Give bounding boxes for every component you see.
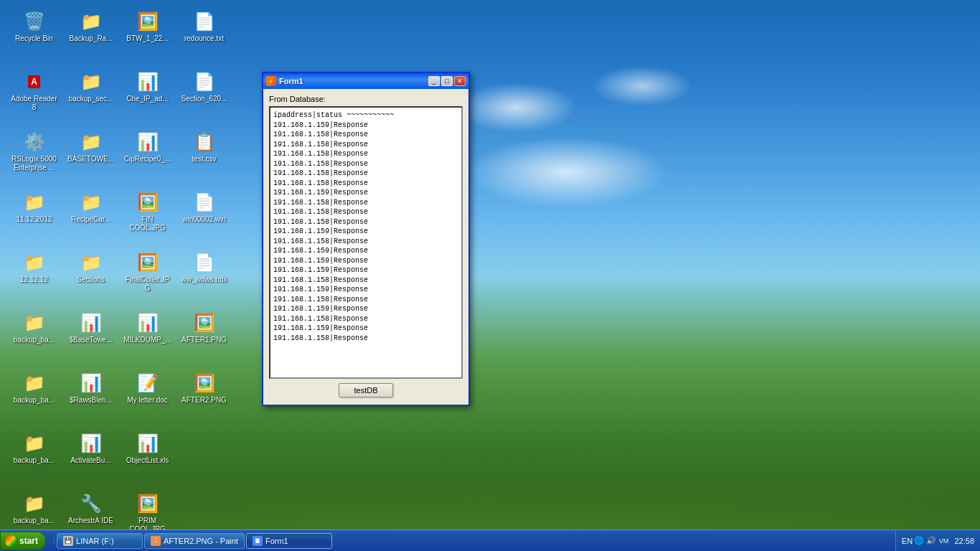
desktop-icon-area: 🗑️ Recycle Bin 📁 Backup_Ra... 🖼️ BTW_1_2… bbox=[7, 7, 231, 547]
recycle-bin-icon: 🗑️ bbox=[23, 10, 46, 33]
image-icon: 🖼️ bbox=[193, 372, 216, 395]
desktop-icon-btw[interactable]: 🖼️ BTW_1_22... bbox=[121, 7, 174, 65]
app-icon: 🔧 bbox=[80, 492, 103, 515]
form1-window: ⚡ Form1 _ □ ✕ From Database: ipaddress|s… bbox=[262, 72, 470, 406]
xls-icon: 📊 bbox=[136, 70, 159, 93]
pdf-icon: A bbox=[23, 70, 46, 93]
desktop-icon-recycle-bin[interactable]: 🗑️ Recycle Bin bbox=[7, 7, 61, 65]
desktop-icon-date1112[interactable]: 📁 11.12.2012 bbox=[7, 188, 61, 245]
app-icon: ⚙️ bbox=[23, 131, 46, 154]
cheip-label: Che_IP_ad... bbox=[126, 95, 168, 103]
redounce-label: redounce.txt bbox=[184, 34, 224, 43]
section620-label: Section_620... bbox=[182, 95, 227, 103]
testdb-button[interactable]: testDB bbox=[339, 383, 392, 397]
folder-icon: 📁 bbox=[23, 311, 46, 334]
taskbar-right: EN 🌐 🔊 VM 22:58 bbox=[895, 530, 980, 551]
form1-taskbar-label: Form1 bbox=[265, 537, 288, 545]
folder-icon: 📁 bbox=[23, 251, 46, 274]
desktop-icon-win00002[interactable]: 📄 win00002.win bbox=[177, 188, 231, 245]
desktop-icon-rslogix[interactable]: ⚙️ RSLogix 5000 Enterprise ... bbox=[7, 128, 61, 185]
drive-icon: 💾 bbox=[63, 536, 73, 546]
desktop-icon-redounce[interactable]: 📄 redounce.txt bbox=[177, 7, 231, 65]
desktop-icon-finalcoller[interactable]: 🖼️ FinalColler.JPG bbox=[121, 248, 174, 306]
form-icon: 📋 bbox=[253, 536, 263, 546]
win00002-label: win00002.win bbox=[182, 215, 226, 224]
myletter-label: My letter.doc bbox=[127, 396, 168, 405]
rslogix-label: RSLogix 5000 Enterprise ... bbox=[10, 155, 58, 172]
start-label: start bbox=[19, 536, 38, 546]
close-button[interactable]: ✕ bbox=[454, 76, 466, 86]
folder-icon: 📁 bbox=[23, 372, 46, 395]
ndx-icon: 📄 bbox=[193, 251, 216, 274]
xls-icon: 📊 bbox=[136, 432, 159, 455]
desktop-icon-after2[interactable]: 🖼️ AFTER2.PNG bbox=[177, 369, 231, 426]
desktop-icon-basetowe[interactable]: 📁 BASETOWE... bbox=[64, 128, 118, 185]
network-icon: 🌐 bbox=[914, 536, 924, 546]
form-title-icon: ⚡ bbox=[266, 76, 276, 86]
window-body: From Database: ipaddress|status ~~~~~~~~… bbox=[263, 89, 468, 405]
desktop-icon-activatebu[interactable]: 📊 ActivateBu... bbox=[64, 429, 118, 486]
desktop-icon-testcsv[interactable]: 📋 test.csv bbox=[177, 128, 231, 185]
activatebu-label: ActivateBu... bbox=[70, 456, 110, 465]
xls-icon: 📊 bbox=[136, 131, 159, 154]
xls-icon: 📊 bbox=[80, 372, 103, 395]
image-icon: 🖼️ bbox=[136, 191, 159, 214]
desktop-icon-rawsblen[interactable]: 📊 $RawsBlen... bbox=[64, 369, 118, 426]
folder-icon: 📁 bbox=[80, 131, 103, 154]
desktop-icon-backup-ba2[interactable]: 📁 backup_ba... bbox=[7, 369, 61, 426]
desktop-icon-fincool[interactable]: 🖼️ FIN COOL.JPG bbox=[121, 188, 174, 245]
win-icon: 📄 bbox=[193, 191, 216, 214]
after2-label: AFTER2.PNG bbox=[182, 396, 227, 405]
folder-icon: 📁 bbox=[80, 10, 103, 33]
after1-label: AFTER1.PNG bbox=[182, 336, 227, 344]
taskbar: start 💾 LINAR (F:) 🎨 AFTER2.PNG - Paint … bbox=[0, 529, 980, 551]
wwwdws-label: ww_wdws.ndx bbox=[182, 276, 227, 284]
windows-logo bbox=[5, 535, 17, 547]
taskbar-item-paint[interactable]: 🎨 AFTER2.PNG - Paint bbox=[144, 533, 245, 549]
taskbar-divider bbox=[54, 533, 55, 549]
desktop-icon-myletter[interactable]: 📝 My letter.doc bbox=[121, 369, 174, 426]
desktop-icon-milkdump[interactable]: 📊 MILKDUMP_... bbox=[121, 309, 174, 366]
desktop-icon-backup-ba3[interactable]: 📁 backup_ba... bbox=[7, 429, 61, 486]
desktop-icon-wwwdws[interactable]: 📄 ww_wdws.ndx bbox=[177, 248, 231, 306]
system-tray-icons: EN 🌐 🔊 VM bbox=[902, 536, 948, 546]
desktop-icon-after1[interactable]: 🖼️ AFTER1.PNG bbox=[177, 309, 231, 366]
folder-icon: 📁 bbox=[23, 191, 46, 214]
desktop-icon-basetowe2[interactable]: 📊 $BaseTowe... bbox=[64, 309, 118, 366]
folder-icon: 📁 bbox=[80, 251, 103, 274]
taskbar-item-linar[interactable]: 💾 LINAR (F:) bbox=[57, 533, 143, 549]
vm-icon: VM bbox=[938, 536, 948, 546]
form1-title: Form1 bbox=[279, 77, 425, 85]
backup-ba1-label: backup_ba... bbox=[14, 336, 55, 344]
folder-icon: 📁 bbox=[23, 492, 46, 515]
start-button[interactable]: start bbox=[0, 532, 46, 550]
doc-icon: 📄 bbox=[193, 70, 216, 93]
desktop-icon-ciprecipe[interactable]: 📊 CipRecipe0_... bbox=[121, 128, 174, 185]
window-controls: _ □ ✕ bbox=[428, 76, 466, 86]
desktop-icon-backup-ra[interactable]: 📁 Backup_Ra... bbox=[64, 7, 118, 65]
desktop-icon-sections[interactable]: 📁 Sections bbox=[64, 248, 118, 306]
taskbar-item-form1[interactable]: 📋 Form1 bbox=[246, 533, 332, 549]
desktop-icon-adobe[interactable]: A Adobe Reader 8 bbox=[7, 67, 61, 125]
desktop-icon-recipecar[interactable]: 📁 RecipeCar... bbox=[64, 188, 118, 245]
desktop-icon-backup-ba1[interactable]: 📁 backup_ba... bbox=[7, 309, 61, 366]
minimize-button[interactable]: _ bbox=[428, 76, 440, 86]
desktop-icon-section620[interactable]: 📄 Section_620... bbox=[177, 67, 231, 125]
date1112-label: 11.12.2012 bbox=[16, 215, 52, 224]
desktop-icon-date1212[interactable]: 📁 12.12.12 bbox=[7, 248, 61, 306]
maximize-button[interactable]: □ bbox=[441, 76, 453, 86]
clock: 22:58 bbox=[954, 537, 974, 545]
xls-icon: 📊 bbox=[80, 432, 103, 455]
lang-indicator[interactable]: EN bbox=[902, 536, 912, 546]
desktop-icon-cheip[interactable]: 📊 Che_IP_ad... bbox=[121, 67, 174, 125]
folder-icon: 📁 bbox=[23, 432, 46, 455]
recycle-bin-label: Recycle Bin bbox=[15, 34, 53, 43]
objectlist-label: ObjectList.xls bbox=[126, 456, 169, 465]
recipecar-label: RecipeCar... bbox=[71, 215, 110, 224]
desktop-icon-objectlist[interactable]: 📊 ObjectList.xls bbox=[121, 429, 174, 486]
image-icon: 🖼️ bbox=[136, 251, 159, 274]
linar-label: LINAR (F:) bbox=[76, 537, 114, 545]
word-icon: 📝 bbox=[136, 372, 159, 395]
window-titlebar[interactable]: ⚡ Form1 _ □ ✕ bbox=[263, 73, 468, 89]
desktop-icon-backup-sec[interactable]: 📁 backup_sec... bbox=[64, 67, 118, 125]
